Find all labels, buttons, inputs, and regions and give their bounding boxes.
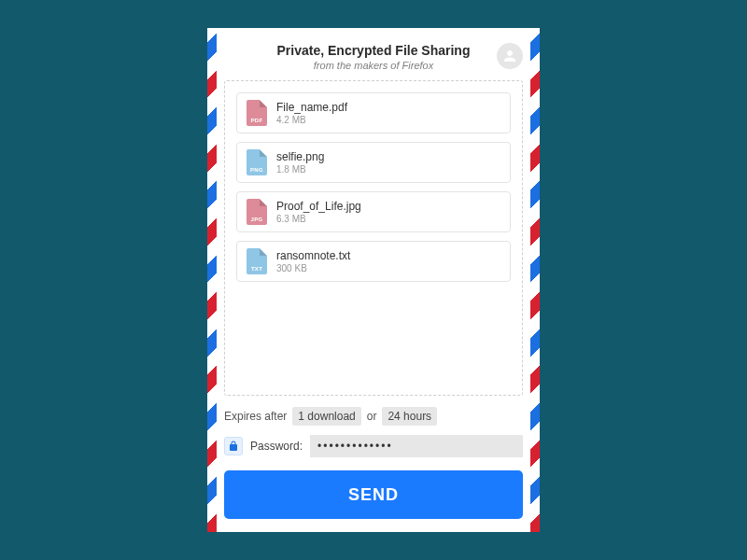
page-title: Private, Encrypted File Sharing xyxy=(224,43,523,58)
user-icon xyxy=(501,48,518,64)
page-subtitle: from the makers of Firefox xyxy=(224,60,523,71)
file-size: 1.8 MB xyxy=(276,164,324,175)
file-name: Proof_of_Life.jpg xyxy=(276,200,361,213)
expires-downloads-select[interactable]: 1 download xyxy=(292,407,360,426)
file-share-card: Private, Encrypted File Sharing from the… xyxy=(207,28,540,532)
file-name: File_name.pdf xyxy=(276,101,347,114)
file-meta: Proof_of_Life.jpg6.3 MB xyxy=(276,200,361,224)
file-meta: ransomnote.txt300 KB xyxy=(276,249,350,273)
file-row[interactable]: File_name.pdf4.2 MB xyxy=(236,92,511,133)
file-row[interactable]: selfie.png1.8 MB xyxy=(236,142,511,183)
expires-time-select[interactable]: 24 hours xyxy=(382,407,437,426)
expires-or: or xyxy=(367,410,377,423)
password-row: Password: xyxy=(224,435,523,457)
file-meta: selfie.png1.8 MB xyxy=(276,150,324,175)
file-size: 4.2 MB xyxy=(276,115,347,125)
lock-icon xyxy=(228,441,239,452)
file-row[interactable]: ransomnote.txt300 KB xyxy=(236,241,511,282)
file-meta: File_name.pdf4.2 MB xyxy=(276,101,347,125)
file-type-icon xyxy=(247,149,267,175)
file-size: 300 KB xyxy=(276,263,350,273)
airmail-stripe-right xyxy=(530,28,540,532)
file-name: ransomnote.txt xyxy=(276,249,350,262)
password-label: Password: xyxy=(250,440,303,453)
file-row[interactable]: Proof_of_Life.jpg6.3 MB xyxy=(236,191,511,232)
file-dropzone[interactable]: File_name.pdf4.2 MBselfie.png1.8 MBProof… xyxy=(224,80,523,396)
file-type-icon xyxy=(247,100,267,126)
expires-row: Expires after 1 download or 24 hours xyxy=(224,407,523,426)
profile-avatar[interactable] xyxy=(497,43,523,69)
file-name: selfie.png xyxy=(276,150,324,163)
airmail-stripe-left xyxy=(207,28,217,532)
password-toggle[interactable] xyxy=(224,437,243,455)
file-size: 6.3 MB xyxy=(276,214,361,224)
password-input[interactable] xyxy=(310,435,523,457)
file-type-icon xyxy=(247,199,267,225)
header: Private, Encrypted File Sharing from the… xyxy=(224,39,523,80)
file-type-icon xyxy=(247,248,267,274)
send-button[interactable]: SEND xyxy=(224,470,523,519)
expires-label: Expires after xyxy=(224,410,287,423)
